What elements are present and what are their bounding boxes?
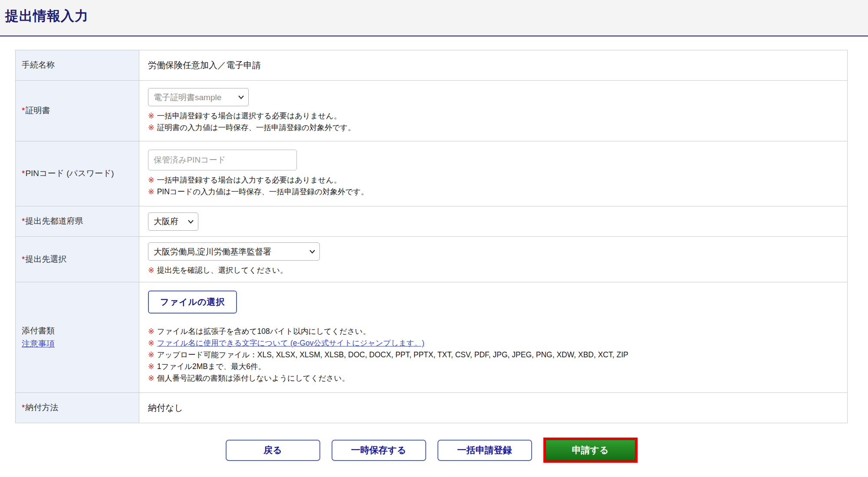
attachments-note-filename: ※ファイル名は拡張子を含めて108バイト以内にしてください。 [148, 326, 838, 337]
required-mark: * [22, 216, 25, 225]
required-mark: * [22, 169, 25, 178]
payment-label: *納付方法 [16, 393, 139, 423]
note-mark: ※ [148, 339, 155, 347]
certificate-value-cell: 電子証明書sample ※一括申請登録する場合は選択する必要はありません。 ※証… [139, 81, 848, 141]
attachments-note-size: ※1ファイル2MBまで、最大6件。 [148, 361, 838, 372]
attachments-label: 添付書類 [22, 324, 135, 337]
procedure-name-label: 手続名称 [16, 50, 139, 81]
table-row-attachments: 添付書類 注意事項 ファイルの選択 ※ファイル名は拡張子を含めて108バイト以内… [16, 282, 848, 393]
procedure-name-value: 労働保険任意加入／電子申請 [139, 50, 848, 81]
certificate-note: ※一括申請登録する場合は選択する必要はありません。 [148, 110, 838, 122]
pin-label: *PINコード (パスワード) [16, 141, 139, 206]
table-row-prefecture: *提出先都道府県 大阪府 [16, 206, 848, 237]
prefecture-value-cell: 大阪府 [139, 206, 848, 237]
page-header: 提出情報入力 [0, 0, 868, 36]
table-row-destination: *提出先選択 大阪労働局,淀川労働基準監督署 ※提出先を確認し、選択してください… [16, 237, 848, 282]
pin-note: ※一括申請登録する場合は入力する必要はありません。 [148, 174, 838, 186]
temp-save-button[interactable]: 一時保存する [332, 440, 426, 461]
required-mark: * [22, 403, 25, 412]
page-title: 提出情報入力 [5, 7, 868, 25]
note-mark: ※ [148, 266, 155, 274]
submit-highlight-frame: 申請する [543, 438, 638, 463]
destination-select[interactable]: 大阪労働局,淀川労働基準監督署 [148, 242, 320, 261]
note-mark: ※ [148, 123, 155, 132]
batch-register-button[interactable]: 一括申請登録 [437, 440, 532, 461]
attachments-value-cell: ファイルの選択 ※ファイル名は拡張子を含めて108バイト以内にしてください。 ※… [139, 282, 848, 393]
note-mark: ※ [148, 362, 155, 371]
attachments-note-filetypes: ※アップロード可能ファイル：XLS, XLSX, XLSM, XLSB, DOC… [148, 349, 838, 361]
table-row-certificate: *証明書 電子証明書sample ※一括申請登録する場合は選択する必要はありませ… [16, 81, 848, 141]
back-button[interactable]: 戻る [226, 440, 320, 461]
file-select-button[interactable]: ファイルの選択 [148, 291, 237, 314]
note-mark: ※ [148, 187, 155, 196]
table-row-pin: *PINコード (パスワード) ※一括申請登録する場合は入力する必要はありません… [16, 141, 848, 206]
prefecture-select[interactable]: 大阪府 [148, 212, 198, 231]
attachments-note-mynumber: ※個人番号記載の書類は添付しないようにしてください。 [148, 372, 838, 384]
table-row-procedure: 手続名称 労働保険任意加入／電子申請 [16, 50, 848, 81]
caution-link[interactable]: 注意事項 [22, 339, 55, 348]
destination-label: *提出先選択 [16, 237, 139, 282]
submission-form-table: 手続名称 労働保険任意加入／電子申請 *証明書 電子証明書sample ※一括申… [15, 50, 848, 423]
note-mark: ※ [148, 327, 155, 336]
payment-value: 納付なし [139, 393, 848, 423]
note-mark: ※ [148, 176, 155, 184]
pin-note: ※PINコードの入力値は一時保存、一括申請登録の対象外です。 [148, 186, 838, 198]
destination-value-cell: 大阪労働局,淀川労働基準監督署 ※提出先を確認し、選択してください。 [139, 237, 848, 282]
prefecture-label: *提出先都道府県 [16, 206, 139, 237]
certificate-note: ※証明書の入力値は一時保存、一括申請登録の対象外です。 [148, 122, 838, 134]
attachments-note-link-line: ※ファイル名に使用できる文字について (e-Gov公式サイトにジャンプします。) [148, 337, 838, 349]
pin-value-cell: ※一括申請登録する場合は入力する必要はありません。 ※PINコードの入力値は一時… [139, 141, 848, 206]
pin-input[interactable] [148, 150, 297, 170]
note-mark: ※ [148, 374, 155, 382]
required-mark: * [22, 255, 25, 264]
note-mark: ※ [148, 111, 155, 120]
filename-chars-link[interactable]: ファイル名に使用できる文字について (e-Gov公式サイトにジャンプします。) [157, 339, 424, 347]
submit-button[interactable]: 申請する [546, 440, 635, 461]
certificate-select[interactable]: 電子証明書sample [148, 88, 249, 106]
attachments-label-cell: 添付書類 注意事項 [16, 282, 139, 393]
table-row-payment: *納付方法 納付なし [16, 393, 848, 423]
required-mark: * [22, 106, 25, 115]
certificate-label: *証明書 [16, 81, 139, 141]
action-buttons-bar: 戻る 一時保存する 一括申請登録 申請する [15, 438, 848, 463]
note-mark: ※ [148, 350, 155, 359]
destination-note: ※提出先を確認し、選択してください。 [148, 265, 838, 276]
